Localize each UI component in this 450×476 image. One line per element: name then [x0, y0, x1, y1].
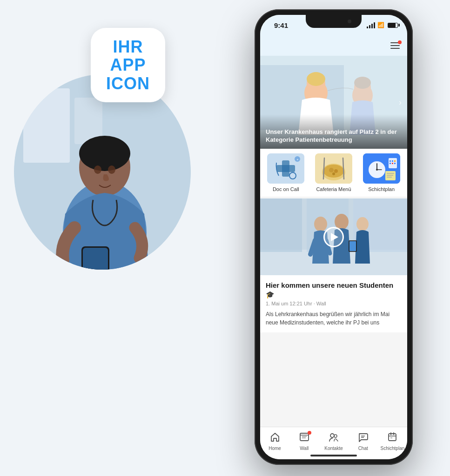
svg-rect-22 — [276, 165, 295, 172]
post-excerpt: Als Lehrkrankenhaus begrüßen wir jährlic… — [266, 310, 402, 327]
doc-on-call-image: + — [267, 153, 304, 184]
svg-rect-41 — [392, 160, 393, 162]
phone-screen: 9:41 📶 — [260, 15, 407, 459]
svg-rect-70 — [389, 434, 396, 441]
svg-rect-44 — [392, 163, 393, 164]
post-content: Hier kommen unsere neuen Studenten 🎓 1. … — [260, 275, 407, 332]
svg-point-19 — [354, 77, 371, 89]
hero-banner[interactable]: › Unser Krankenhaus rangiert auf Platz 2… — [260, 56, 407, 149]
menu-button[interactable] — [390, 42, 400, 49]
post-title: Hier kommen unsere neuen Studenten 🎓 — [266, 281, 402, 299]
signal-icon — [367, 22, 375, 28]
kontakte-icon — [329, 432, 339, 444]
svg-rect-46 — [385, 171, 396, 180]
chat-icon — [358, 432, 368, 444]
battery-icon — [388, 23, 398, 28]
menu-line-3 — [390, 48, 400, 49]
svg-rect-52 — [260, 198, 302, 252]
svg-point-66 — [330, 434, 334, 437]
play-button[interactable] — [323, 227, 344, 247]
post-meta: 1. Mai um 12:21 Uhr · Wall — [266, 301, 402, 306]
svg-point-32 — [334, 169, 338, 173]
svg-rect-2 — [23, 88, 70, 163]
svg-point-67 — [334, 435, 337, 437]
menu-line-2 — [390, 45, 400, 46]
doc-on-call-label: Doc on Call — [273, 186, 299, 192]
hero-overlay: Unser Krankenhaus rangiert auf Platz 2 i… — [260, 114, 407, 149]
menu-badge — [398, 40, 402, 44]
video-post[interactable] — [260, 198, 407, 275]
wall-badge — [308, 431, 311, 435]
nav-chat-label: Chat — [358, 446, 368, 451]
svg-point-9 — [94, 165, 101, 174]
scene: IHRAPPICON 9:41 📶 — [0, 0, 450, 476]
doctor-circle — [14, 74, 191, 270]
schichtplan-label: Schichtplan — [368, 186, 395, 192]
quick-link-caf[interactable]: Cafeteria Menü — [312, 153, 356, 192]
hero-arrow: › — [399, 98, 402, 107]
nav-wall[interactable]: Wall — [289, 432, 319, 455]
quick-link-doc[interactable]: + Doc on Call — [264, 153, 308, 192]
nav-kontakte[interactable]: Kontakte — [319, 432, 348, 455]
app-header — [260, 35, 407, 56]
svg-text:+: + — [296, 158, 299, 162]
svg-point-59 — [356, 217, 369, 231]
svg-point-28 — [323, 165, 344, 178]
schichtplan-nav-icon — [387, 432, 397, 444]
svg-rect-62 — [300, 433, 309, 441]
cafeteria-image — [315, 153, 352, 184]
home-icon — [270, 432, 280, 444]
svg-point-31 — [329, 168, 334, 172]
svg-point-10 — [108, 165, 115, 174]
nav-schichtplan-label: Schichtplan — [381, 446, 405, 451]
home-indicator — [310, 455, 357, 456]
status-time: 9:41 — [274, 21, 288, 29]
app-icon-text: IHRAPPICON — [106, 38, 150, 93]
svg-rect-42 — [394, 160, 396, 162]
nav-home[interactable]: Home — [260, 432, 289, 455]
svg-point-55 — [314, 217, 327, 231]
wifi-icon: 📶 — [377, 22, 384, 28]
svg-rect-43 — [390, 163, 391, 164]
video-post-container: Hier kommen unsere neuen Studenten 🎓 1. … — [260, 198, 407, 332]
schichtplan-image — [363, 153, 400, 184]
nav-schichtplan[interactable]: Schichtplan — [378, 432, 407, 455]
wall-icon — [299, 432, 309, 444]
quick-links: + Doc on Call — [260, 149, 407, 197]
nav-home-label: Home — [269, 446, 281, 451]
nav-kontakte-label: Kontakte — [324, 446, 343, 451]
svg-rect-61 — [349, 241, 356, 251]
svg-point-6 — [79, 136, 130, 171]
cafeteria-label: Cafeteria Menü — [316, 186, 351, 192]
svg-rect-40 — [390, 160, 391, 162]
status-icons: 📶 — [367, 22, 398, 28]
svg-point-33 — [332, 172, 335, 175]
svg-rect-8 — [83, 248, 108, 270]
notch — [306, 15, 362, 28]
quick-link-sch[interactable]: Schichtplan — [359, 153, 403, 192]
phone-content: › Unser Krankenhaus rangiert auf Platz 2… — [260, 56, 407, 427]
phone: 9:41 📶 — [255, 9, 413, 465]
svg-rect-45 — [394, 163, 396, 164]
play-icon — [331, 233, 338, 241]
app-icon: IHRAPPICON — [91, 28, 165, 102]
nav-wall-label: Wall — [300, 446, 309, 451]
svg-point-16 — [307, 72, 325, 86]
hero-text: Unser Krankenhaus rangiert auf Platz 2 i… — [266, 128, 402, 144]
nav-chat[interactable]: Chat — [349, 432, 378, 455]
